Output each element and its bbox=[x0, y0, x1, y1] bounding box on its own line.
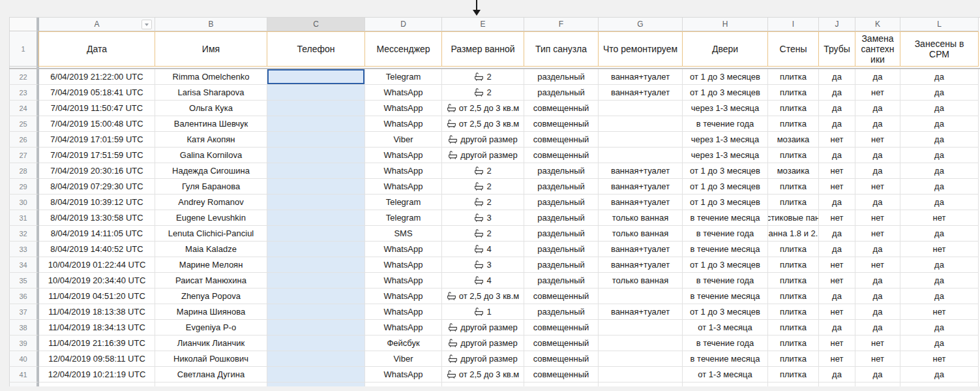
cell-G29[interactable]: ванная+туалет bbox=[599, 179, 683, 195]
cell-H30[interactable]: от 1 до 3 месяцев bbox=[683, 195, 768, 210]
row-number-23[interactable]: 23 bbox=[9, 85, 39, 101]
cell-K40[interactable]: нет bbox=[855, 351, 900, 367]
cell-K37[interactable]: да bbox=[855, 304, 900, 320]
cell-L30[interactable]: да bbox=[900, 195, 979, 210]
cell-F31[interactable]: раздельный bbox=[524, 210, 599, 226]
column-title-L[interactable]: Занесены в СРМ bbox=[900, 31, 979, 67]
cell-B24[interactable]: Ольга Кука bbox=[155, 101, 267, 116]
row-number-36[interactable]: 36 bbox=[9, 289, 39, 304]
column-header-C[interactable]: C bbox=[267, 18, 365, 31]
cell-D39[interactable]: Фейсбук bbox=[365, 336, 442, 351]
column-title-H[interactable]: Двери bbox=[682, 31, 768, 67]
cell-J24[interactable]: да bbox=[819, 101, 855, 116]
row-number-35[interactable]: 35 bbox=[9, 273, 39, 289]
cell-D22[interactable]: Telegram bbox=[365, 69, 442, 85]
cell-A29[interactable]: 8/04/2019 07:29:30 UTC bbox=[39, 179, 155, 195]
cell-G39[interactable] bbox=[599, 336, 683, 351]
cell-D26[interactable]: Viber bbox=[365, 132, 442, 148]
row-number-37[interactable]: 37 bbox=[9, 304, 39, 320]
cell-K26[interactable]: нет bbox=[855, 132, 900, 148]
cell-L22[interactable]: да bbox=[900, 69, 979, 85]
cell-B38[interactable]: Evgeniya P-o bbox=[155, 320, 267, 336]
cell-G35[interactable]: только ванная bbox=[599, 273, 683, 289]
cell-B30[interactable]: Andrey Romanov bbox=[155, 195, 267, 210]
cell-E23[interactable]: 2 bbox=[442, 85, 524, 101]
cell-L29[interactable]: да bbox=[900, 179, 979, 195]
cell-I39[interactable]: плитка bbox=[768, 336, 819, 351]
cell-D23[interactable]: WhatsApp bbox=[365, 85, 442, 101]
row-number-22[interactable]: 22 bbox=[9, 69, 39, 85]
cell-L32[interactable]: да bbox=[900, 226, 979, 242]
cell-B35[interactable]: Раисат Манюхина bbox=[155, 273, 267, 289]
cell-I32[interactable]: анна 1.8 и 2. bbox=[768, 226, 819, 242]
cell-H23[interactable]: от 1 до 3 месяцев bbox=[683, 85, 768, 101]
cell-K34[interactable]: нет bbox=[855, 257, 900, 273]
cell-A41[interactable]: 12/04/2019 10:21:19 UTC bbox=[39, 367, 155, 383]
cell-B28[interactable]: Надежда Сигошина bbox=[155, 163, 267, 179]
cell-J22[interactable]: да bbox=[819, 69, 855, 85]
cell-C41[interactable] bbox=[267, 367, 365, 383]
cell-K23[interactable]: нет bbox=[855, 85, 900, 101]
cell-F32[interactable]: раздельный bbox=[524, 226, 599, 242]
cell-K24[interactable]: да bbox=[855, 101, 900, 116]
cell-B27[interactable]: Galina Kornilova bbox=[155, 148, 267, 163]
cell-G26[interactable] bbox=[599, 132, 683, 148]
cell-L40[interactable]: нет bbox=[900, 351, 979, 367]
cell-I23[interactable]: плитка bbox=[768, 85, 819, 101]
cell-L36[interactable]: да bbox=[900, 289, 979, 304]
cell-B39[interactable]: Лианчик Лианчик bbox=[155, 336, 267, 351]
cell-B31[interactable]: Eugene Levushkin bbox=[155, 210, 267, 226]
cell-J31[interactable]: нет bbox=[819, 210, 855, 226]
column-title-F[interactable]: Тип санузла bbox=[524, 31, 599, 67]
cell-C33[interactable] bbox=[267, 242, 365, 257]
cell-D30[interactable]: Telegram bbox=[365, 195, 442, 210]
cell-F30[interactable]: раздельный bbox=[524, 195, 599, 210]
cell-F38[interactable]: совмещенный bbox=[524, 320, 599, 336]
column-header-J[interactable]: J bbox=[819, 18, 855, 31]
cell-A33[interactable]: 8/04/2019 14:40:52 UTC bbox=[39, 242, 155, 257]
cell-A40[interactable]: 12/04/2019 09:58:11 UTC bbox=[39, 351, 155, 367]
cell-B36[interactable]: Zhenya Popova bbox=[155, 289, 267, 304]
cell-I35[interactable]: плитка bbox=[768, 273, 819, 289]
row-number-39[interactable]: 39 bbox=[9, 336, 39, 351]
cell-C23[interactable] bbox=[267, 85, 365, 101]
cell-C30[interactable] bbox=[267, 195, 365, 210]
cell-L26[interactable]: да bbox=[900, 132, 979, 148]
cell-K41[interactable]: да bbox=[855, 367, 900, 383]
cell-B29[interactable]: Гуля Баранова bbox=[155, 179, 267, 195]
column-title-J[interactable]: Трубы bbox=[818, 31, 855, 67]
cell-E36[interactable]: от 2,5 до 3 кв.м bbox=[442, 289, 524, 304]
column-header-L[interactable]: L bbox=[900, 18, 979, 31]
column-header-G[interactable]: G bbox=[599, 18, 683, 31]
cell-F29[interactable]: раздельный bbox=[524, 179, 599, 195]
cell-G40[interactable] bbox=[599, 351, 683, 367]
row-number-29[interactable]: 29 bbox=[9, 179, 39, 195]
cell-C40[interactable] bbox=[267, 351, 365, 367]
cell-D32[interactable]: SMS bbox=[365, 226, 442, 242]
cell-L38[interactable]: да bbox=[900, 320, 979, 336]
cell-H40[interactable]: в течение месяца bbox=[683, 351, 768, 367]
cell-L27[interactable]: да bbox=[900, 148, 979, 163]
cell-H25[interactable]: в течение года bbox=[683, 116, 768, 132]
cell-H38[interactable]: от 1-3 месяца bbox=[683, 320, 768, 336]
cell-B34[interactable]: Марине Мелоян bbox=[155, 257, 267, 273]
cell-F36[interactable]: совмещенный bbox=[524, 289, 599, 304]
row-number-26[interactable]: 26 bbox=[9, 132, 39, 148]
cell-C35[interactable] bbox=[267, 273, 365, 289]
cell-B25[interactable]: Валентина Шевчук bbox=[155, 116, 267, 132]
cell-H41[interactable]: от 1-3 месяца bbox=[683, 367, 768, 383]
select-all-corner[interactable] bbox=[9, 18, 39, 31]
cell-C31[interactable] bbox=[267, 210, 365, 226]
cell-H37[interactable]: от 1 до 3 месяцев bbox=[683, 304, 768, 320]
cell-H31[interactable]: в течение месяца bbox=[683, 210, 768, 226]
cell-I33[interactable]: плитка bbox=[768, 242, 819, 257]
cell-E29[interactable]: 2 bbox=[442, 179, 524, 195]
column-title-B[interactable]: Имя bbox=[155, 31, 267, 67]
cell-G32[interactable]: только ванная bbox=[599, 226, 683, 242]
cell-G25[interactable] bbox=[599, 116, 683, 132]
cell-H28[interactable]: от 1 до 3 месяцев bbox=[683, 163, 768, 179]
cell-J32[interactable]: да bbox=[819, 226, 855, 242]
cell-J27[interactable]: да bbox=[819, 148, 855, 163]
column-title-K[interactable]: Замена сантехники bbox=[855, 31, 900, 67]
cell-C28[interactable] bbox=[267, 163, 365, 179]
